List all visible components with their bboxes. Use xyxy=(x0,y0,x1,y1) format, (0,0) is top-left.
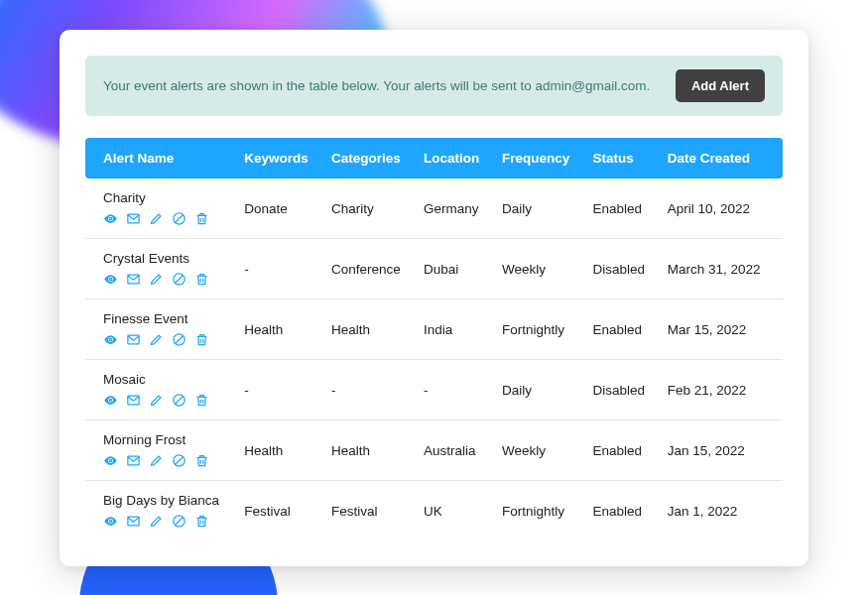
svg-line-23 xyxy=(176,518,184,526)
cell-location: Dubai xyxy=(414,239,492,299)
alert-name: Morning Frost xyxy=(103,432,224,447)
cell-location: Australia xyxy=(414,420,492,481)
cell-date: April 10, 2022 xyxy=(658,178,783,239)
view-icon[interactable] xyxy=(103,514,118,529)
cell-frequency: Fortnightly xyxy=(492,299,583,360)
alerts-card: Your event alerts are shown in the table… xyxy=(60,30,808,566)
view-icon[interactable] xyxy=(103,272,118,287)
cell-status: Enabled xyxy=(583,178,658,239)
disable-icon[interactable] xyxy=(172,453,186,468)
cell-status: Enabled xyxy=(583,481,658,541)
cell-location: UK xyxy=(414,481,492,541)
svg-point-0 xyxy=(109,217,112,220)
cell-frequency: Weekly xyxy=(492,239,583,299)
cell-location: Germany xyxy=(414,178,492,239)
cell-categories: Festival xyxy=(321,481,414,541)
cell-date: Feb 21, 2022 xyxy=(658,360,783,420)
col-alert-name: Alert Name xyxy=(85,138,234,178)
col-keywords: Keywords xyxy=(234,138,321,178)
disable-icon[interactable] xyxy=(172,393,186,408)
edit-icon[interactable] xyxy=(149,272,164,287)
alert-name: Finesse Event xyxy=(103,311,224,326)
cell-keywords: Health xyxy=(234,299,321,360)
table-header-row: Alert Name Keywords Categories Location … xyxy=(85,138,783,178)
edit-icon[interactable] xyxy=(149,514,164,529)
cell-categories: Conference xyxy=(321,239,414,299)
row-actions xyxy=(103,393,224,408)
cell-status: Disabled xyxy=(583,360,658,420)
svg-point-20 xyxy=(109,520,112,523)
disable-icon[interactable] xyxy=(172,211,186,226)
svg-line-3 xyxy=(176,215,184,223)
view-icon[interactable] xyxy=(103,211,118,226)
cell-keywords: Donate xyxy=(234,178,321,239)
alert-name: Big Days by Bianca xyxy=(103,493,224,508)
edit-icon[interactable] xyxy=(149,453,164,468)
cell-categories: - xyxy=(321,360,414,420)
edit-icon[interactable] xyxy=(149,393,164,408)
cell-keywords: - xyxy=(234,360,321,420)
svg-point-16 xyxy=(109,459,112,462)
mail-icon[interactable] xyxy=(126,453,141,468)
cell-frequency: Weekly xyxy=(492,420,583,481)
cell-categories: Health xyxy=(321,420,414,481)
mail-icon[interactable] xyxy=(126,272,141,287)
delete-icon[interactable] xyxy=(194,453,209,468)
delete-icon[interactable] xyxy=(194,211,209,226)
row-actions xyxy=(103,272,224,287)
mail-icon[interactable] xyxy=(126,332,141,347)
delete-icon[interactable] xyxy=(194,272,209,287)
disable-icon[interactable] xyxy=(172,332,186,347)
mail-icon[interactable] xyxy=(126,393,141,408)
table-row: Charity Donate Charity Germany Daily Ena… xyxy=(85,178,783,239)
col-date: Date Created xyxy=(658,138,783,178)
row-actions xyxy=(103,514,224,529)
svg-line-11 xyxy=(176,336,184,344)
cell-status: Disabled xyxy=(583,239,658,299)
cell-keywords: - xyxy=(234,239,321,299)
col-frequency: Frequency xyxy=(492,138,583,178)
cell-keywords: Festival xyxy=(234,481,321,541)
svg-point-12 xyxy=(109,399,112,402)
delete-icon[interactable] xyxy=(194,332,209,347)
add-alert-button[interactable]: Add Alert xyxy=(676,69,765,102)
info-banner: Your event alerts are shown in the table… xyxy=(85,56,783,116)
cell-date: Jan 15, 2022 xyxy=(658,420,783,481)
mail-icon[interactable] xyxy=(126,514,141,529)
row-actions xyxy=(103,332,224,347)
table-row: Crystal Events - Conference Dubai Weekly… xyxy=(85,239,783,299)
disable-icon[interactable] xyxy=(172,514,186,529)
cell-categories: Health xyxy=(321,299,414,360)
alert-name: Charity xyxy=(103,190,224,205)
cell-status: Enabled xyxy=(583,420,658,481)
edit-icon[interactable] xyxy=(149,211,164,226)
table-row: Mosaic - - - Daily Disabled Feb 21, 2022 xyxy=(85,360,783,420)
cell-status: Enabled xyxy=(583,299,658,360)
cell-location: - xyxy=(414,360,492,420)
view-icon[interactable] xyxy=(103,332,118,347)
view-icon[interactable] xyxy=(103,453,118,468)
cell-date: Jan 1, 2022 xyxy=(658,481,783,541)
alert-name: Mosaic xyxy=(103,372,224,387)
cell-frequency: Daily xyxy=(492,360,583,420)
delete-icon[interactable] xyxy=(194,393,209,408)
svg-point-8 xyxy=(109,338,112,341)
row-actions xyxy=(103,211,224,226)
banner-text: Your event alerts are shown in the table… xyxy=(103,78,650,93)
svg-line-19 xyxy=(176,457,184,465)
col-categories: Categories xyxy=(321,138,414,178)
svg-line-15 xyxy=(176,397,184,405)
disable-icon[interactable] xyxy=(172,272,186,287)
svg-line-7 xyxy=(176,276,184,284)
cell-categories: Charity xyxy=(321,178,414,239)
cell-frequency: Daily xyxy=(492,178,583,239)
cell-date: March 31, 2022 xyxy=(658,239,783,299)
table-row: Morning Frost Health Health Australia We… xyxy=(85,420,783,481)
cell-keywords: Health xyxy=(234,420,321,481)
svg-point-4 xyxy=(109,278,112,281)
edit-icon[interactable] xyxy=(149,332,164,347)
delete-icon[interactable] xyxy=(194,514,209,529)
col-location: Location xyxy=(414,138,492,178)
view-icon[interactable] xyxy=(103,393,118,408)
mail-icon[interactable] xyxy=(126,211,141,226)
